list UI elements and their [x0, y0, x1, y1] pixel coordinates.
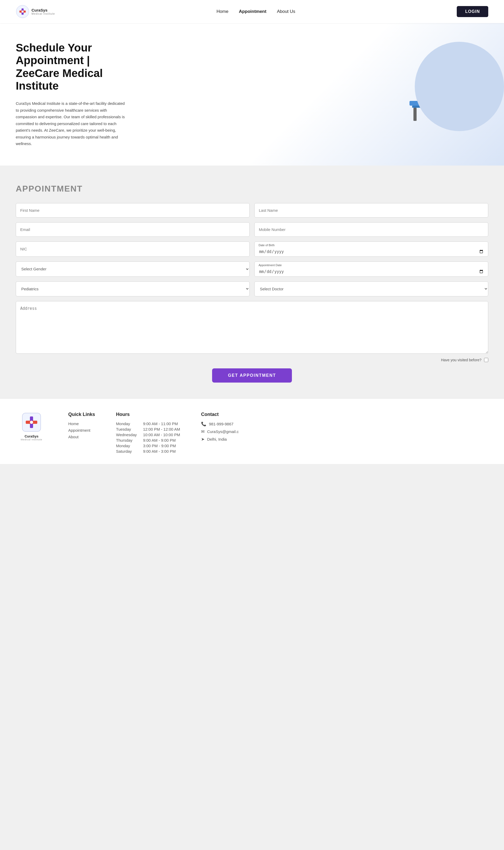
- appt-date-input[interactable]: [254, 261, 488, 277]
- hours-table: Monday9:00 AM - 11:00 PMTuesday12:00 PM …: [116, 421, 180, 453]
- nav-about[interactable]: About Us: [277, 9, 295, 14]
- hero-text: Schedule Your Appointment | ZeeCare Medi…: [16, 41, 126, 147]
- hours-day: Wednesday: [116, 433, 137, 437]
- footer-logo-icon: [21, 412, 42, 433]
- visited-row: Have you visited before?: [16, 358, 488, 362]
- hours-time: 12:00 PM - 12:00 AM: [143, 427, 180, 431]
- address-wrapper: [16, 301, 488, 355]
- last-name-input[interactable]: [254, 203, 488, 218]
- appointment-form: Date of Birth Select Gender Male Female …: [16, 203, 488, 383]
- first-name-input[interactable]: [16, 203, 250, 218]
- logo-text: CuraSys: [32, 8, 55, 12]
- hours-day: Monday: [116, 444, 137, 448]
- hours-time: 9:00 AM - 11:00 PM: [143, 421, 180, 426]
- contact-email: ✉ CuraSys@gmail.c: [201, 429, 239, 434]
- navbar: CuraSys Medical Institute Home Appointme…: [0, 0, 504, 23]
- form-row-5: Pediatrics Cardiology Neurology Orthoped…: [16, 281, 488, 296]
- form-row-3: Date of Birth: [16, 241, 488, 257]
- footer-link-appointment[interactable]: Appointment: [68, 428, 95, 433]
- phone-icon: 📞: [201, 421, 206, 427]
- hours-day: Saturday: [116, 449, 137, 453]
- svg-point-32: [30, 421, 33, 424]
- contact-email-text: CuraSys@gmail.c: [207, 429, 239, 434]
- contact-title: Contact: [201, 412, 239, 417]
- nav-links: Home Appointment About Us: [217, 9, 295, 14]
- logo-icon: [16, 5, 30, 18]
- hours-time: 3:00 PM - 9:00 PM: [143, 444, 180, 448]
- contact-phone-text: 981-999-9867: [209, 422, 233, 426]
- doctor-select[interactable]: Select Doctor Dr. Smith Dr. Johnson Dr. …: [254, 281, 488, 296]
- footer-link-about[interactable]: About: [68, 435, 95, 439]
- hours-time: 9:00 AM - 9:00 PM: [143, 438, 180, 443]
- address-textarea[interactable]: [16, 301, 488, 354]
- visited-label: Have you visited before?: [441, 358, 482, 362]
- nav-home[interactable]: Home: [217, 9, 228, 14]
- hero-circle-bg: [415, 42, 504, 131]
- footer-logo: CuraSys Medical Institute: [16, 412, 47, 441]
- dob-input[interactable]: [254, 241, 488, 257]
- footer-inner: CuraSys Medical Institute Quick Links Ho…: [16, 412, 488, 453]
- form-row-2: [16, 222, 488, 237]
- contact-phone: 📞 981-999-9867: [201, 421, 239, 427]
- footer-logo-text: CuraSys: [25, 434, 39, 438]
- nav-appointment[interactable]: Appointment: [239, 9, 267, 14]
- svg-point-3: [21, 11, 24, 13]
- footer-quick-links: Quick Links Home Appointment About: [68, 412, 95, 441]
- email-icon: ✉: [201, 429, 204, 434]
- hours-title: Hours: [116, 412, 180, 417]
- footer-link-home[interactable]: Home: [68, 421, 95, 426]
- department-select[interactable]: Pediatrics Cardiology Neurology Orthoped…: [16, 281, 250, 296]
- hero-title: Schedule Your Appointment | ZeeCare Medi…: [16, 41, 126, 92]
- mobile-input[interactable]: [254, 222, 488, 237]
- hero-illustration: [389, 52, 488, 136]
- contact-address-text: Delhi, India: [207, 437, 227, 441]
- appt-date-wrapper: Appointment Date: [254, 261, 488, 277]
- location-icon: ➤: [201, 437, 204, 442]
- hero-description: CuraSys Medical Institute is a state-of-…: [16, 100, 126, 147]
- visited-checkbox[interactable]: [484, 358, 488, 362]
- hours-day: Tuesday: [116, 427, 137, 431]
- hours-day: Monday: [116, 421, 137, 426]
- footer: CuraSys Medical Institute Quick Links Ho…: [0, 398, 504, 464]
- hours-time: 9:00 AM - 3:00 PM: [143, 449, 180, 453]
- appointment-title: Appointment: [16, 184, 488, 194]
- dob-wrapper: Date of Birth: [254, 241, 488, 257]
- hours-time: 10:00 AM - 10:00 PM: [143, 433, 180, 437]
- footer-contact: Contact 📞 981-999-9867 ✉ CuraSys@gmail.c…: [201, 412, 239, 444]
- appointment-section: Appointment Date of Birth Select Gender …: [0, 166, 504, 398]
- email-input[interactable]: [16, 222, 250, 237]
- logo: CuraSys Medical Institute: [16, 5, 55, 18]
- hours-day: Thursday: [116, 438, 137, 443]
- form-row-4: Select Gender Male Female Other Appointm…: [16, 261, 488, 277]
- quick-links-title: Quick Links: [68, 412, 95, 417]
- nic-input[interactable]: [16, 241, 250, 257]
- login-button[interactable]: LOGIN: [457, 6, 488, 17]
- contact-address: ➤ Delhi, India: [201, 437, 239, 442]
- logo-sub: Medical Institute: [32, 12, 55, 15]
- get-appointment-button[interactable]: GET APPOINTMENT: [212, 368, 292, 383]
- footer-hours: Hours Monday9:00 AM - 11:00 PMTuesday12:…: [116, 412, 180, 453]
- gender-select[interactable]: Select Gender Male Female Other: [16, 261, 250, 277]
- form-row-1: [16, 203, 488, 218]
- hero-section: Schedule Your Appointment | ZeeCare Medi…: [0, 23, 504, 166]
- footer-logo-sub: Medical Institute: [21, 438, 42, 441]
- svg-rect-6: [413, 108, 417, 121]
